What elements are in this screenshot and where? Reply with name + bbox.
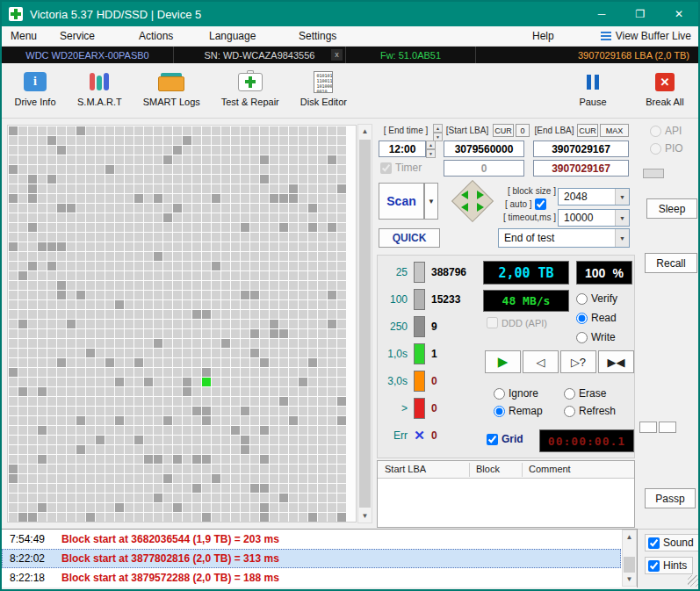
start-lba-zero-button[interactable]: 0	[516, 124, 530, 137]
timer-field[interactable]: 0	[444, 160, 524, 177]
break-all-button[interactable]: ✕ Break All	[640, 68, 689, 110]
defect-table[interactable]: Start LBA Block Comment	[377, 460, 635, 528]
scan-cell	[125, 194, 134, 203]
scroll-up-icon[interactable]: ▲	[623, 530, 636, 544]
scan-cell	[212, 252, 220, 261]
ignore-radio[interactable]	[494, 388, 505, 400]
end-time-field[interactable]: 12:00	[379, 141, 426, 157]
menu-item-settings[interactable]: Settings	[299, 30, 336, 42]
pio-radio-row: PIO	[650, 142, 683, 155]
refresh-radio[interactable]	[564, 406, 575, 417]
start-lba-cur-button[interactable]: CUR	[493, 124, 514, 137]
step-button[interactable]: ▶◀	[598, 350, 634, 373]
scan-cell	[241, 242, 249, 251]
block-size-combo[interactable]: 2048 ▼	[558, 188, 630, 205]
drive-info-button[interactable]: i Drive Info	[11, 68, 60, 110]
end-time-spinner[interactable]: ▲▼	[433, 124, 443, 137]
hints-checkbox[interactable]	[648, 560, 660, 572]
menu-item-menu[interactable]: Menu	[11, 30, 37, 42]
scroll-up-icon[interactable]: ▲	[358, 125, 372, 138]
after-action-combo[interactable]: End of test ▼	[498, 228, 630, 248]
scan-cell	[241, 184, 249, 193]
minimize-button[interactable]: ─	[582, 2, 621, 26]
verify-radio[interactable]	[576, 293, 588, 305]
scan-cell	[134, 165, 143, 174]
option-button-2[interactable]	[659, 422, 676, 433]
scan-cell	[134, 503, 143, 512]
scan-cell	[57, 165, 66, 174]
scan-surface-grid[interactable]	[7, 125, 357, 523]
erase-radio[interactable]	[564, 388, 575, 400]
pause-button[interactable]: Pause	[568, 68, 617, 110]
scan-cell	[279, 358, 288, 367]
pio-radio[interactable]	[650, 143, 661, 155]
view-buffer-live-button[interactable]: View Buffer Live	[601, 30, 691, 42]
start-button[interactable]: ▶	[485, 350, 521, 373]
close-button[interactable]: ✕	[660, 2, 698, 26]
menu-item-language[interactable]: Language	[209, 30, 256, 42]
grid-checkbox[interactable]	[487, 434, 498, 445]
read-radio[interactable]	[576, 313, 588, 324]
chevron-down-icon[interactable]: ▼	[615, 189, 629, 205]
log-entry[interactable]: 8:22:18 Block start at 3879572288 (2,0 T…	[2, 568, 621, 587]
seek-test-button[interactable]: ▷?	[560, 350, 596, 373]
scan-cell	[221, 387, 230, 396]
chevron-down-icon[interactable]: ▼	[615, 210, 629, 226]
passp-button[interactable]: Passp	[645, 488, 696, 508]
api-radio[interactable]	[650, 126, 661, 137]
option-button-1[interactable]	[639, 422, 657, 433]
scan-dropdown-button[interactable]: ▼	[424, 183, 438, 220]
scan-cell	[163, 175, 172, 184]
menu-item-service[interactable]: Service	[60, 30, 95, 42]
smart-button[interactable]: S.M.A.R.T	[74, 68, 126, 110]
chevron-down-icon[interactable]: ▼	[615, 229, 629, 247]
scan-cell	[47, 194, 56, 203]
scan-cell	[38, 339, 47, 348]
back-button[interactable]: ◁	[523, 350, 559, 373]
log-entry[interactable]: 7:54:49 Block start at 3682036544 (1,9 T…	[2, 530, 621, 549]
write-radio[interactable]	[576, 332, 588, 343]
timeout-combo[interactable]: 10000 ▼	[558, 209, 630, 227]
navigation-diamond[interactable]	[444, 179, 502, 223]
recall-button[interactable]: Recall	[645, 253, 697, 273]
scan-cell	[231, 368, 240, 377]
scroll-down-icon[interactable]: ▼	[358, 509, 372, 523]
scroll-down-icon[interactable]: ▼	[623, 573, 636, 586]
ddd-api-checkbox[interactable]	[487, 317, 498, 328]
scan-cell	[192, 175, 201, 184]
timer-checkbox[interactable]	[380, 162, 392, 174]
scan-cell	[96, 397, 105, 406]
timer-end-lba-field[interactable]: 3907029167	[533, 160, 629, 177]
resize-grip[interactable]	[688, 575, 699, 587]
serial-close-icon[interactable]: x	[331, 49, 343, 61]
log-scrollbar-thumb[interactable]	[624, 557, 635, 573]
auto-checkbox[interactable]	[535, 198, 546, 210]
test-repair-button[interactable]: Test & Repair	[218, 68, 283, 110]
end-lba-field[interactable]: 3907029167	[533, 141, 629, 157]
grid-scrollbar-thumb[interactable]	[359, 140, 371, 508]
remap-radio[interactable]	[494, 406, 505, 417]
sleep-button[interactable]: Sleep	[646, 198, 697, 219]
end-lba-cur-button[interactable]: CUR	[577, 124, 598, 137]
scan-cell	[18, 416, 27, 425]
scan-cell	[163, 233, 172, 241]
scan-cell	[231, 503, 240, 512]
sound-checkbox[interactable]	[648, 537, 660, 549]
start-lba-field[interactable]: 3079560000	[444, 141, 524, 157]
grid-scrollbar[interactable]: ▲ ▼	[357, 124, 372, 523]
menu-item-actions[interactable]: Actions	[139, 30, 173, 42]
scan-cell	[308, 194, 317, 203]
scan-cell	[144, 291, 153, 299]
quick-button[interactable]: QUICK	[379, 228, 440, 248]
maximize-button[interactable]: ❐	[621, 2, 660, 26]
log-scrollbar[interactable]: ▲ ▼	[622, 530, 637, 587]
log-entry-selected[interactable]: 8:22:02 Block start at 3877802816 (2,0 T…	[2, 549, 621, 568]
smart-logs-button[interactable]: SMART Logs	[140, 68, 204, 110]
scan-button[interactable]: Scan	[379, 183, 424, 220]
end-lba-max-button[interactable]: MAX	[600, 124, 629, 137]
scan-cell	[67, 329, 76, 338]
menu-item-help[interactable]: Help	[532, 30, 554, 42]
scan-cell	[67, 445, 76, 454]
time-field-spinner[interactable]: ▲▼	[426, 141, 436, 157]
disk-editor-button[interactable]: 010101 110011 101000 0010 Disk Editor	[297, 68, 350, 110]
